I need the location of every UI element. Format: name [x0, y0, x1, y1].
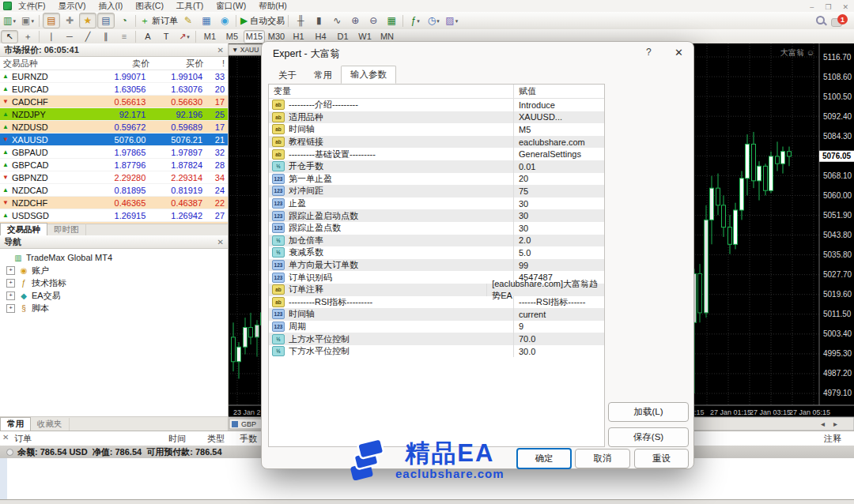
expand-icon[interactable]: + [6, 279, 15, 288]
new-order-button[interactable]: ＋新订单 [139, 13, 179, 28]
nav-item-账户[interactable]: +◉账户 [3, 264, 228, 276]
help-icon[interactable]: ? [646, 47, 652, 58]
param-value[interactable]: 2.0 [514, 235, 531, 245]
menu-图表(C)[interactable]: 图表(C) [129, 1, 170, 10]
timeframe-M1[interactable]: M1 [199, 30, 221, 43]
signals-button[interactable]: ◉ [216, 13, 233, 28]
maximize-button[interactable]: ❐ [819, 3, 837, 11]
expand-icon[interactable]: + [6, 266, 15, 275]
param-row[interactable]: ab---------基础设置---------GeneralSettings [269, 148, 604, 160]
close-icon[interactable]: ✕ [217, 238, 224, 246]
market-row-NZDCHF[interactable]: ▼NZDCHF0.463650.4638722 [0, 197, 228, 209]
market-row-USDSGD[interactable]: ▲USDSGD1.269151.2694227 [0, 209, 228, 222]
tab-即时图[interactable]: 即时图 [47, 224, 86, 236]
param-value[interactable]: 99 [514, 261, 528, 270]
autotrading-button[interactable]: ▶自动交易 [240, 13, 285, 28]
reset-button[interactable]: 重设 [634, 449, 689, 468]
param-value[interactable]: 30 [514, 199, 528, 209]
profiles-button[interactable]: ▣▾ [19, 13, 36, 28]
param-row[interactable]: 123第一单止盈20 [269, 173, 604, 186]
close-button[interactable]: ✕ [837, 3, 854, 11]
ok-button[interactable]: 确定 [516, 448, 572, 469]
arrows-tool[interactable]: ↗▾ [176, 30, 193, 43]
param-value[interactable]: 75 [514, 186, 528, 196]
cancel-button[interactable]: 取消 [575, 449, 630, 468]
cursor-tool[interactable]: ↖ [1, 30, 18, 43]
metaeditor-button[interactable]: ✎ [179, 13, 197, 28]
timeframe-M15[interactable]: M15 [244, 30, 265, 43]
line-chart-button[interactable]: ∿ [328, 13, 346, 28]
scroll-right-icon[interactable]: ▸ [833, 419, 837, 428]
column-订单[interactable]: 订单 [14, 433, 32, 445]
param-value[interactable]: Introduce [514, 100, 555, 110]
param-value[interactable]: 20 [514, 174, 528, 183]
timeframe-M5[interactable]: M5 [221, 30, 243, 43]
param-value[interactable]: 30 [514, 224, 528, 233]
strategy-tester-button[interactable]: ◔ [115, 13, 133, 28]
menu-文件(F)[interactable]: 文件(F) [12, 1, 51, 10]
param-row[interactable]: ab教程链接eaclubshare.com [269, 136, 604, 149]
param-row[interactable]: ½加仓倍率2.0 [269, 235, 604, 247]
nav-root[interactable]: ▥TradeMax Global MT4 [3, 251, 228, 264]
channel-tool[interactable]: ∥ [97, 30, 115, 43]
minimize-button[interactable]: – [804, 3, 819, 11]
param-row[interactable]: ½上方水平位控制70.0 [269, 333, 604, 345]
param-row[interactable]: 123对冲间距75 [269, 185, 604, 197]
nav-item-脚本[interactable]: +§脚本 [3, 302, 228, 314]
param-row[interactable]: 123止盈30 [269, 197, 604, 210]
close-icon[interactable]: ✕ [675, 47, 683, 58]
crosshair-tool[interactable]: ＋ [19, 30, 36, 43]
menu-显示(V)[interactable]: 显示(V) [51, 1, 92, 10]
param-value[interactable]: 30 [514, 211, 528, 220]
param-row[interactable]: 123单方向最大订单数99 [269, 259, 604, 272]
notification-badge[interactable]: 1 [837, 14, 848, 24]
param-value[interactable]: 9 [514, 322, 523, 331]
expand-icon[interactable]: + [6, 291, 15, 300]
terminal-scrollbar[interactable] [0, 458, 7, 499]
metaquotes-button[interactable]: ▦ [198, 13, 215, 28]
param-value[interactable]: M5 [514, 125, 531, 134]
dialog-tab-关于[interactable]: 关于 [270, 67, 305, 84]
param-row[interactable]: ab---------介绍---------Introduce [269, 99, 604, 111]
dialog-tab-常用[interactable]: 常用 [305, 67, 341, 84]
param-row[interactable]: 123跟踪止盈点数30 [269, 222, 604, 235]
param-value[interactable]: eaclubshare.com [514, 137, 585, 147]
tile-windows-button[interactable]: ▦ [383, 13, 400, 28]
zoom-in-button[interactable]: ⊕ [346, 13, 364, 28]
tab-收藏夹[interactable]: 收藏夹 [31, 418, 70, 431]
templates-button[interactable]: ▨▾ [443, 13, 460, 28]
menu-工具(T)[interactable]: 工具(T) [170, 1, 210, 10]
market-row-EURCAD[interactable]: ▲EURCAD1.630561.6307620 [0, 83, 228, 96]
navigator-toggle[interactable]: ★ [79, 13, 96, 28]
data-window-toggle[interactable]: ✚ [61, 13, 78, 28]
close-icon[interactable]: ✕ [217, 46, 224, 55]
market-row-GBPCAD[interactable]: ▲GBPCAD1.877961.8782428 [0, 159, 228, 171]
param-row[interactable]: ab订单注释[eaclubshare.com]大富翁趋势EA [269, 284, 604, 296]
search-icon[interactable] [815, 15, 826, 26]
param-row[interactable]: ½下方水平位控制30.0 [269, 345, 604, 358]
nav-item-EA交易[interactable]: +◆EA交易 [3, 289, 228, 302]
param-value[interactable]: 5.0 [514, 248, 531, 258]
market-row-NZDJPY[interactable]: ▲NZDJPY92.17192.19625 [0, 108, 228, 121]
candle-chart-button[interactable]: ▮ [310, 13, 327, 28]
param-value[interactable]: 30.0 [514, 347, 535, 356]
param-row[interactable]: ½衰减系数5.0 [269, 246, 604, 259]
periods-button[interactable]: ◷▾ [425, 13, 442, 28]
zoom-out-button[interactable]: ⊖ [365, 13, 382, 28]
column-类型[interactable]: 类型 [207, 433, 225, 445]
market-row-EURNZD[interactable]: ▲EURNZD1.990711.9910433 [0, 70, 228, 83]
param-row[interactable]: ab---------RSI指标---------------RSI指标----… [269, 296, 604, 309]
param-row[interactable]: 123周期9 [269, 321, 604, 333]
menu-帮助(H)[interactable]: 帮助(H) [252, 1, 293, 10]
param-row[interactable]: ab时间轴M5 [269, 123, 604, 136]
market-row-NZDCAD[interactable]: ▲NZDCAD0.818950.8191924 [0, 184, 228, 197]
market-row-GBPNZD[interactable]: ▼GBPNZD2.292802.2931434 [0, 171, 228, 184]
expand-icon[interactable]: + [6, 304, 15, 313]
param-row[interactable]: ab适用品种XAUUSD... [269, 111, 604, 124]
bar-chart-button[interactable]: ╫ [292, 13, 309, 28]
param-value[interactable]: XAUUSD... [514, 112, 562, 122]
tab-交易品种[interactable]: 交易品种 [0, 223, 47, 236]
horizontal-line-tool[interactable]: ─ [61, 30, 78, 43]
vertical-line-tool[interactable]: ∣ [43, 30, 60, 43]
param-value[interactable]: GeneralSettings [514, 149, 581, 159]
